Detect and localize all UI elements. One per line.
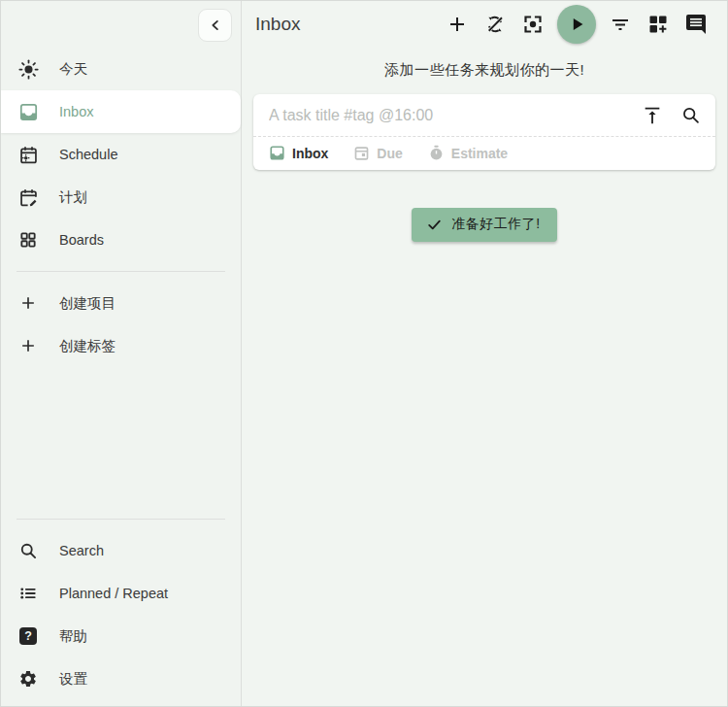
inbox-icon	[269, 145, 285, 161]
welcome-heading: 添加一些任务来规划你的一天!	[242, 61, 727, 80]
play-button[interactable]	[557, 5, 596, 44]
sidebar-item-label: Schedule	[59, 147, 117, 162]
calendar-sun-icon	[17, 144, 39, 165]
sidebar-item-plan[interactable]: 计划	[1, 176, 241, 219]
sidebar-collapse-row	[1, 1, 241, 48]
calendar-icon	[353, 145, 370, 161]
collapse-sidebar-button[interactable]	[198, 9, 232, 42]
search-icon	[17, 540, 39, 561]
check-icon	[426, 217, 443, 233]
sidebar-item-search[interactable]: Search	[1, 529, 241, 572]
plus-icon	[17, 292, 39, 314]
sidebar-item-schedule[interactable]: Schedule	[1, 133, 241, 176]
sidebar: 今天 Inbox Schedule 计划 Boards 创建项目	[1, 1, 242, 706]
chip-estimate[interactable]: Estimate	[428, 145, 508, 161]
sidebar-spacer	[1, 367, 241, 509]
plus-icon	[17, 335, 39, 356]
sidebar-item-today[interactable]: 今天	[1, 48, 241, 90]
play-icon	[566, 14, 587, 35]
chip-label: Due	[377, 146, 402, 161]
feedback-icon	[684, 13, 708, 36]
ready-to-work-button[interactable]: 准备好工作了!	[412, 208, 556, 242]
add-task-icons	[641, 104, 702, 127]
task-title-input[interactable]	[269, 107, 641, 124]
sync-status-button[interactable]	[480, 9, 511, 40]
main-toolbar	[442, 5, 711, 44]
main-content: 添加一些任务来规划你的一天! Inbox	[242, 46, 727, 706]
sidebar-item-label: Planned / Repeat	[59, 586, 168, 601]
vertical-align-top-icon[interactable]	[641, 104, 664, 127]
inbox-icon	[17, 101, 39, 122]
sidebar-item-label: 今天	[59, 60, 87, 79]
sidebar-item-settings[interactable]: 设置	[1, 657, 241, 700]
search-icon[interactable]	[678, 104, 702, 127]
add-icon	[446, 13, 469, 36]
chip-inbox[interactable]: Inbox	[269, 145, 328, 161]
sidebar-item-label: 计划	[59, 188, 87, 207]
sidebar-item-label: 设置	[59, 670, 87, 689]
sidebar-item-create-project[interactable]: 创建项目	[1, 282, 241, 324]
focus-mode-icon	[521, 13, 545, 36]
add-task-button[interactable]	[442, 9, 473, 40]
grid-icon	[17, 229, 39, 251]
gear-icon	[17, 668, 39, 690]
ready-button-label: 准备好工作了!	[451, 216, 540, 233]
sidebar-item-label: Inbox	[59, 104, 93, 119]
timer-icon	[428, 145, 445, 161]
sidebar-divider	[17, 271, 225, 272]
add-task-input-row	[253, 94, 715, 136]
sidebar-item-label: 创建项目	[59, 294, 116, 313]
help-icon: ?	[17, 625, 39, 647]
list-icon	[17, 583, 39, 604]
chip-label: Inbox	[292, 146, 328, 161]
sidebar-item-inbox[interactable]: Inbox	[1, 90, 241, 133]
filter-icon	[609, 13, 632, 36]
chip-label: Estimate	[451, 146, 508, 161]
chip-due[interactable]: Due	[353, 145, 402, 161]
sidebar-divider	[17, 519, 225, 520]
focus-mode-button[interactable]	[517, 9, 548, 40]
calendar-edit-icon	[17, 186, 39, 208]
sun-icon	[17, 58, 39, 80]
add-task-chips-row: Inbox Due Estimate	[253, 136, 715, 170]
chevron-left-icon	[207, 17, 224, 34]
sidebar-item-label: Boards	[59, 232, 104, 248]
dashboard-add-icon	[646, 13, 670, 36]
sidebar-item-label: Search	[59, 543, 104, 558]
add-task-bar: Inbox Due Estimate	[253, 94, 715, 170]
filter-button[interactable]	[605, 9, 636, 40]
main-header: Inbox	[242, 1, 727, 46]
sidebar-item-create-tag[interactable]: 创建标签	[1, 324, 241, 367]
feedback-button[interactable]	[680, 9, 711, 40]
sidebar-item-label: 创建标签	[59, 337, 116, 355]
sidebar-item-boards[interactable]: Boards	[1, 219, 241, 261]
sidebar-item-help[interactable]: ? 帮助	[1, 615, 241, 657]
sidebar-item-label: 帮助	[59, 627, 87, 646]
page-title: Inbox	[255, 14, 300, 35]
main-area: Inbox	[242, 1, 727, 706]
sync-disabled-icon	[483, 13, 507, 36]
add-board-button[interactable]	[643, 9, 674, 40]
sidebar-item-planned-repeat[interactable]: Planned / Repeat	[1, 572, 241, 615]
